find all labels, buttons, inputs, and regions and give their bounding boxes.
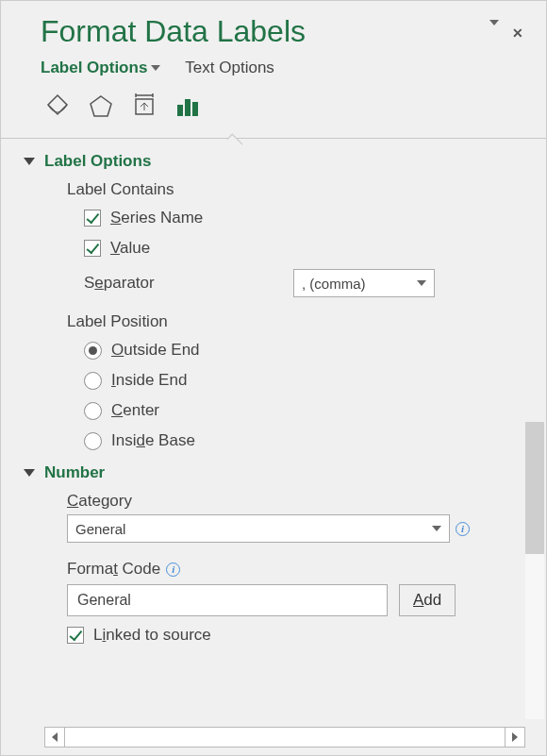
content: Label Options Label Contains Series Name…: [1, 139, 546, 645]
tab-text-options-text: Text Options: [185, 59, 274, 77]
tab-text-options[interactable]: Text Options: [185, 59, 274, 77]
checkbox-value-row: Value: [84, 239, 523, 258]
tab-label-options-text: Label Options: [41, 59, 147, 77]
hscroll-right-arrow[interactable]: [505, 727, 525, 748]
radio-outside-end-label: Outside End: [111, 341, 200, 360]
svg-rect-7: [192, 102, 198, 116]
checkbox-linked-to-source-label: Linked to source: [93, 626, 211, 645]
radio-inside-end-label: Inside End: [111, 371, 187, 390]
label-options-icon[interactable]: [171, 89, 205, 123]
section-number-title: Number: [44, 463, 105, 482]
checkbox-series-name-label: Series Name: [110, 209, 203, 227]
section-label-options-header[interactable]: Label Options: [24, 152, 523, 171]
vertical-scrollbar-thumb[interactable]: [525, 422, 544, 554]
radio-center-label: Center: [111, 401, 159, 420]
tab-label-options[interactable]: Label Options: [41, 59, 160, 77]
category-dropdown[interactable]: General: [67, 514, 450, 543]
checkbox-series-name-row: Series Name: [84, 209, 523, 227]
radio-outside-end-row: Outside End: [84, 341, 523, 360]
format-code-label: Format Code i: [67, 560, 523, 579]
titlebar: Format Data Labels ✕: [1, 1, 546, 49]
label-position-heading: Label Position: [67, 312, 523, 331]
radio-inside-base[interactable]: [84, 432, 102, 450]
horizontal-scrollbar[interactable]: [44, 727, 525, 748]
chevron-down-icon: [151, 65, 160, 71]
collapse-caret-icon: [24, 158, 35, 165]
vertical-scrollbar[interactable]: [525, 422, 544, 719]
radio-inside-base-label: Inside Base: [111, 431, 195, 450]
radio-outside-end[interactable]: [84, 342, 102, 360]
separator-label: Separator: [84, 274, 293, 293]
title-controls: ✕: [489, 24, 523, 41]
collapse-caret-icon: [24, 469, 35, 477]
checkbox-value[interactable]: [84, 240, 101, 257]
radio-center[interactable]: [84, 402, 102, 420]
svg-rect-5: [177, 105, 183, 116]
svg-rect-6: [185, 99, 191, 116]
section-label-options-title: Label Options: [44, 152, 151, 171]
format-code-row: Add: [67, 584, 523, 616]
hscroll-track[interactable]: [65, 727, 505, 748]
svg-marker-0: [91, 96, 111, 116]
radio-inside-end-row: Inside End: [84, 371, 523, 390]
fill-line-icon[interactable]: [41, 89, 75, 123]
category-label: Category: [67, 492, 523, 511]
separator-dropdown-value: , (comma): [302, 276, 366, 292]
add-button[interactable]: Add: [399, 584, 456, 616]
checkbox-series-name[interactable]: [84, 210, 101, 227]
scroll-area: Label Options Label Contains Series Name…: [1, 139, 546, 755]
close-icon[interactable]: ✕: [512, 25, 523, 41]
task-pane-options-icon[interactable]: [489, 25, 499, 41]
section-number-header[interactable]: Number: [24, 463, 523, 482]
pane-title: Format Data Labels: [41, 14, 489, 49]
tab-row: Label Options Text Options: [1, 49, 546, 77]
checkbox-linked-to-source[interactable]: [67, 627, 84, 644]
separator-dropdown[interactable]: , (comma): [293, 269, 435, 297]
info-icon[interactable]: i: [166, 563, 180, 577]
separator-row: Separator , (comma): [84, 269, 523, 297]
radio-inside-base-row: Inside Base: [84, 431, 523, 450]
effects-icon[interactable]: [84, 89, 118, 123]
format-code-input[interactable]: [67, 584, 388, 616]
category-dropdown-value: General: [75, 521, 125, 537]
chevron-down-icon: [417, 280, 426, 286]
vertical-scrollbar-track[interactable]: [525, 554, 544, 719]
checkbox-value-label: Value: [110, 239, 150, 258]
info-icon[interactable]: i: [456, 522, 470, 536]
linked-to-source-row: Linked to source: [67, 626, 523, 645]
size-properties-icon[interactable]: [127, 89, 161, 123]
format-data-labels-pane: Format Data Labels ✕ Label Options Text …: [0, 0, 547, 756]
radio-inside-end[interactable]: [84, 372, 102, 390]
hscroll-left-arrow[interactable]: [44, 727, 65, 748]
chevron-down-icon: [432, 526, 441, 531]
category-icons: [1, 77, 546, 123]
radio-center-row: Center: [84, 401, 523, 420]
label-contains-heading: Label Contains: [67, 180, 523, 199]
